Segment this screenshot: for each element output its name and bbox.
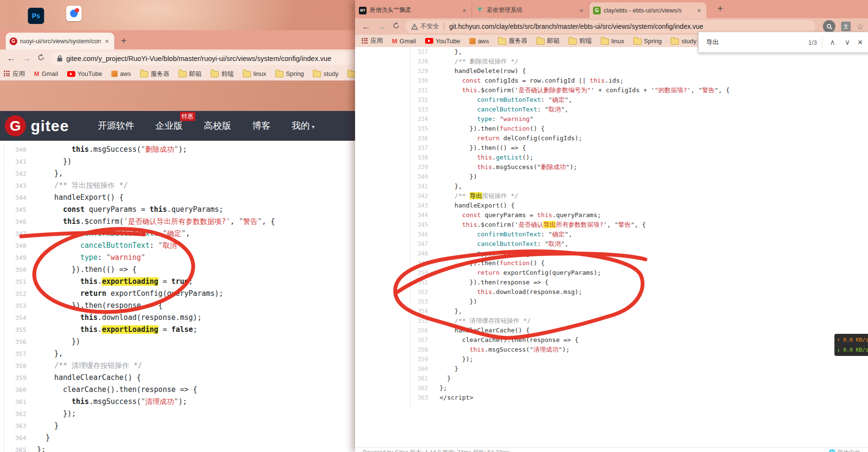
bookmark-item-应用[interactable]: 应用 xyxy=(4,70,25,78)
line-number[interactable]: 346 xyxy=(411,230,440,239)
find-query[interactable]: 导出 xyxy=(706,38,808,47)
line-number[interactable]: 342 xyxy=(4,168,37,180)
line-number[interactable]: 354 xyxy=(4,312,37,324)
line-number[interactable]: 333 xyxy=(411,105,440,114)
find-previous-icon[interactable]: ∧ xyxy=(825,38,840,47)
line-number[interactable]: 341 xyxy=(4,156,37,168)
bookmark-item-前端[interactable]: 前端 xyxy=(569,37,592,45)
line-number[interactable]: 356 xyxy=(4,336,37,348)
line-number[interactable]: 356 xyxy=(411,326,440,335)
line-number[interactable]: 352 xyxy=(4,288,37,300)
line-number[interactable]: 346 xyxy=(4,216,37,228)
line-number[interactable]: 338 xyxy=(411,153,440,162)
line-number[interactable]: 359 xyxy=(411,354,440,364)
line-number[interactable]: 353 xyxy=(4,300,37,312)
desktop-app-icon[interactable] xyxy=(66,6,82,21)
line-number[interactable]: 348 xyxy=(4,240,37,252)
desktop-photoshop-icon[interactable]: Ps xyxy=(28,8,44,24)
new-tab-button[interactable]: + xyxy=(121,36,127,46)
line-number[interactable]: 347 xyxy=(411,239,440,249)
bookmark-item-应用[interactable]: 应用 xyxy=(362,37,383,45)
left-code-viewer[interactable]: 340 this.msgSuccess("删除成功");341 })342 },… xyxy=(4,144,356,452)
line-number[interactable]: 339 xyxy=(411,162,440,172)
line-number[interactable]: 344 xyxy=(411,210,440,220)
tab-close-icon[interactable]: × xyxy=(696,7,702,14)
line-number[interactable]: 354 xyxy=(411,306,440,316)
line-number[interactable]: 362 xyxy=(4,408,37,420)
line-number[interactable]: 343 xyxy=(411,201,440,210)
bookmark-item-Spring[interactable]: Spring xyxy=(633,37,662,45)
bookmark-item-前端[interactable]: 前端 xyxy=(211,70,234,78)
line-number[interactable]: 345 xyxy=(4,204,37,216)
line-number[interactable]: 353 xyxy=(411,297,440,306)
line-number[interactable]: 350 xyxy=(411,268,440,278)
line-number[interactable]: 351 xyxy=(4,276,37,288)
url-field[interactable]: 不安全 git.hchyun.com/clay/ebts/src/branch/… xyxy=(405,20,815,33)
line-number[interactable]: 361 xyxy=(411,374,440,383)
gitee-nav-企业版[interactable]: 企业版特惠 xyxy=(155,120,183,132)
line-number[interactable]: 360 xyxy=(4,384,37,396)
line-number[interactable]: 359 xyxy=(4,372,37,384)
footer-language[interactable]: 🌐 简体中文 xyxy=(829,449,860,452)
gitee-nav-博客[interactable]: 博客 xyxy=(252,120,271,132)
forward-icon[interactable]: → xyxy=(377,22,386,32)
reload-icon[interactable] xyxy=(392,22,400,32)
line-number[interactable]: 364 xyxy=(4,432,37,444)
line-number[interactable]: 358 xyxy=(411,345,440,354)
line-number[interactable]: 357 xyxy=(4,348,37,360)
tab-close-icon[interactable]: × xyxy=(461,7,468,14)
line-number[interactable]: 352 xyxy=(411,287,440,297)
line-number[interactable]: 361 xyxy=(4,396,37,408)
line-number[interactable]: 349 xyxy=(4,252,37,264)
line-number[interactable]: 350 xyxy=(4,264,37,276)
line-number[interactable]: 330 xyxy=(411,76,440,86)
bookmark-item-linux[interactable]: linux xyxy=(243,70,266,77)
new-tab-button[interactable]: + xyxy=(717,4,723,13)
bookmark-item-aws[interactable]: aws xyxy=(111,70,131,77)
line-number[interactable]: 328 xyxy=(411,57,440,66)
line-number[interactable]: 355 xyxy=(4,324,37,336)
tab-close-icon[interactable]: × xyxy=(104,37,110,45)
right-code-viewer[interactable]: 327 },328 /** 删除按钮操作 */329 handleDelete(… xyxy=(410,47,868,407)
line-number[interactable]: 363 xyxy=(4,420,37,432)
line-number[interactable]: 358 xyxy=(4,360,37,372)
back-icon[interactable]: ← xyxy=(7,53,15,63)
line-number[interactable]: 360 xyxy=(411,364,440,374)
line-number[interactable]: 329 xyxy=(411,66,440,76)
not-secure-warning[interactable]: 不安全 xyxy=(411,22,439,31)
reload-icon[interactable] xyxy=(37,53,45,63)
line-number[interactable]: 340 xyxy=(411,172,440,182)
line-number[interactable]: 335 xyxy=(411,124,440,134)
left-browser-tab[interactable]: G ruoyi-ui/src/views/system/con × xyxy=(6,33,114,49)
bookmark-star-icon[interactable]: ☆ xyxy=(856,22,864,32)
line-number[interactable]: 341 xyxy=(411,182,440,191)
bookmark-item-服务器[interactable]: 服务器 xyxy=(140,70,169,78)
line-number[interactable]: 344 xyxy=(4,192,37,204)
line-number[interactable]: 331 xyxy=(411,86,440,95)
gitee-nav-我的[interactable]: 我的▾ xyxy=(292,120,315,132)
line-number[interactable]: 340 xyxy=(4,144,37,156)
line-number[interactable]: 334 xyxy=(411,114,440,124)
bookmark-item-Spring[interactable]: Spring xyxy=(275,70,304,77)
gitee-nav-开源软件[interactable]: 开源软件 xyxy=(98,120,134,132)
bookmark-item-服务器[interactable]: 服务器 xyxy=(498,37,527,45)
bookmark-item-aws[interactable]: aws xyxy=(469,37,489,45)
bookmark-item-linux[interactable]: linux xyxy=(601,37,624,45)
find-next-icon[interactable]: ∨ xyxy=(840,38,855,47)
line-number[interactable]: 343 xyxy=(4,180,37,192)
line-number[interactable]: 347 xyxy=(4,228,37,240)
browser-tab[interactable]: 若依管理系统× xyxy=(472,2,589,18)
browser-tab[interactable]: Gclay/ebts - ebts-ui/src/views/s× xyxy=(589,2,706,18)
url-field[interactable]: gitee.com/y_project/RuoYi-Vue/blob/maste… xyxy=(51,52,355,65)
line-number[interactable]: 349 xyxy=(411,258,440,268)
bookmark-item-study[interactable]: study xyxy=(313,70,338,77)
bookmark-item-Gmail[interactable]: MGmail xyxy=(392,37,416,45)
bookmark-item-YouTube[interactable]: YouTube xyxy=(425,37,460,45)
gitee-nav-高校版[interactable]: 高校版 xyxy=(204,120,231,132)
bookmark-item-study[interactable]: study xyxy=(671,37,696,45)
find-in-page-icon[interactable] xyxy=(823,20,835,33)
bookmark-item-邮箱[interactable]: 邮箱 xyxy=(536,37,559,45)
line-number[interactable]: 342 xyxy=(411,191,440,201)
line-number[interactable]: 355 xyxy=(411,316,440,326)
line-number[interactable]: 363 xyxy=(411,393,440,403)
